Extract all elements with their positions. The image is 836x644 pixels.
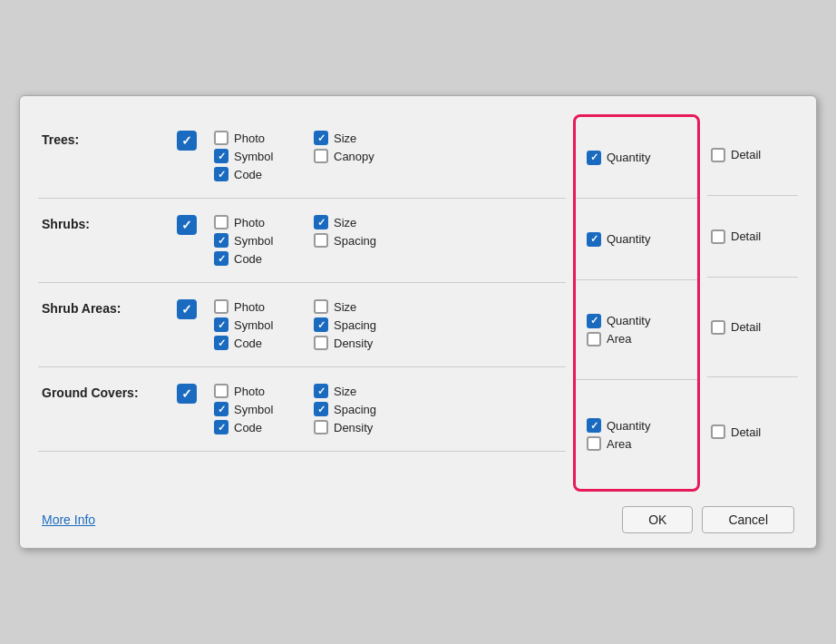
shrub-areas-spacing-checkbox[interactable] bbox=[314, 317, 328, 332]
trees-photo-label: Photo bbox=[234, 132, 265, 145]
ground-covers-area-checkbox[interactable] bbox=[587, 436, 601, 451]
ground-covers-density-checkbox[interactable] bbox=[314, 420, 328, 434]
shrubs-quantity-checkbox[interactable] bbox=[587, 232, 601, 247]
ground-covers-main-check-col bbox=[160, 384, 214, 404]
trees-size-col: Size Canopy bbox=[314, 131, 413, 163]
shrub-areas-detail-checkbox[interactable] bbox=[711, 320, 725, 335]
trees-photo-symbol-col: Photo Symbol Code bbox=[214, 131, 314, 181]
shrub-areas-detail-label: Detail bbox=[731, 320, 761, 334]
trees-size-checkbox[interactable] bbox=[314, 131, 328, 145]
shrub-areas-main-checkbox[interactable] bbox=[177, 299, 197, 319]
ground-covers-size-col: Size Spacing Density bbox=[314, 384, 413, 434]
shrubs-detail-checkbox[interactable] bbox=[711, 229, 725, 244]
ground-covers-detail-cell: Detail bbox=[707, 377, 798, 486]
shrubs-photo-checkbox[interactable] bbox=[214, 215, 228, 229]
shrubs-size-label: Size bbox=[334, 216, 356, 229]
shrub-areas-photo-checkbox[interactable] bbox=[214, 299, 228, 314]
trees-detail-cell: Detail bbox=[707, 114, 798, 196]
shrub-areas-detail-cell: Detail bbox=[707, 278, 798, 377]
quantity-highlight-section: Quantity Quantity Quantity Area bbox=[573, 114, 700, 492]
shrub-areas-area-label: Area bbox=[607, 332, 631, 346]
ok-button[interactable]: OK bbox=[622, 506, 693, 533]
shrubs-code-checkbox[interactable] bbox=[214, 251, 228, 266]
trees-main-check-col bbox=[160, 131, 214, 151]
shrubs-size-checkbox[interactable] bbox=[314, 215, 328, 229]
shrub-areas-label: Shrub Areas: bbox=[42, 299, 160, 316]
trees-symbol-checkbox[interactable] bbox=[214, 149, 228, 163]
ground-covers-quantity-checkbox[interactable] bbox=[587, 418, 601, 433]
trees-main-checkbox[interactable] bbox=[177, 131, 197, 151]
ground-covers-main-checkbox[interactable] bbox=[177, 384, 197, 404]
shrub-areas-photo-symbol-col: Photo Symbol Code bbox=[214, 299, 314, 350]
shrubs-detail-cell: Detail bbox=[707, 196, 798, 278]
trees-quantity-cell: Quantity bbox=[576, 117, 697, 199]
ground-covers-spacing-label: Spacing bbox=[334, 403, 376, 416]
trees-canopy-checkbox[interactable] bbox=[314, 149, 328, 163]
ground-covers-size-checkbox[interactable] bbox=[314, 384, 328, 398]
ground-covers-size-label: Size bbox=[334, 385, 356, 398]
shrub-areas-size-col: Size Spacing Density bbox=[314, 299, 413, 350]
shrub-areas-quantity-label: Quantity bbox=[607, 314, 650, 327]
shrubs-main-checkbox[interactable] bbox=[177, 215, 197, 235]
trees-canopy-label: Canopy bbox=[334, 150, 374, 163]
shrub-areas-quantity-cell: Quantity Area bbox=[576, 280, 697, 380]
ground-covers-density-label: Density bbox=[334, 421, 373, 434]
trees-quantity-checkbox[interactable] bbox=[587, 151, 601, 165]
ground-covers-photo-symbol-col: Photo Symbol Code bbox=[214, 384, 314, 434]
shrub-areas-photo-label: Photo bbox=[234, 300, 265, 314]
trees-photo-checkbox[interactable] bbox=[214, 131, 228, 145]
shrubs-spacing-checkbox[interactable] bbox=[314, 233, 328, 248]
shrub-areas-spacing-label: Spacing bbox=[334, 318, 376, 332]
ground-covers-detail-label: Detail bbox=[731, 425, 761, 439]
shrubs-main-check-col bbox=[160, 215, 214, 235]
shrub-areas-code-checkbox[interactable] bbox=[214, 336, 228, 350]
shrub-areas-area-checkbox[interactable] bbox=[587, 332, 601, 346]
shrubs-symbol-label: Symbol bbox=[234, 234, 273, 248]
shrub-areas-quantity-checkbox[interactable] bbox=[587, 314, 601, 328]
trees-code-checkbox[interactable] bbox=[214, 167, 228, 181]
trees-size-label: Size bbox=[334, 132, 356, 145]
ground-covers-code-checkbox[interactable] bbox=[214, 420, 228, 434]
shrubs-spacing-label: Spacing bbox=[334, 234, 376, 248]
shrubs-detail-label: Detail bbox=[731, 229, 761, 243]
ground-covers-quantity-label: Quantity bbox=[607, 419, 650, 433]
ground-covers-photo-checkbox[interactable] bbox=[214, 384, 228, 398]
shrub-areas-size-checkbox[interactable] bbox=[314, 299, 328, 314]
shrubs-size-col: Size Spacing bbox=[314, 215, 413, 248]
ground-covers-label: Ground Covers: bbox=[42, 384, 160, 400]
shrub-areas-size-label: Size bbox=[334, 300, 356, 314]
ground-covers-photo-label: Photo bbox=[234, 385, 265, 398]
main-dialog: Trees: Photo Symbol Code bbox=[19, 95, 817, 549]
shrub-areas-main-check-col bbox=[160, 299, 214, 319]
trees-detail-checkbox[interactable] bbox=[711, 148, 725, 162]
ground-covers-detail-checkbox[interactable] bbox=[711, 424, 725, 439]
trees-symbol-label: Symbol bbox=[234, 150, 273, 163]
shrub-areas-symbol-checkbox[interactable] bbox=[214, 317, 228, 332]
detail-column: Detail Detail Detail bbox=[707, 114, 798, 492]
shrubs-label: Shrubs: bbox=[42, 215, 160, 231]
ground-covers-spacing-checkbox[interactable] bbox=[314, 402, 328, 416]
shrub-areas-symbol-label: Symbol bbox=[234, 318, 273, 332]
cancel-button[interactable]: Cancel bbox=[702, 506, 794, 533]
shrubs-photo-symbol-col: Photo Symbol Code bbox=[214, 215, 314, 266]
shrubs-photo-label: Photo bbox=[234, 216, 265, 229]
ground-covers-symbol-checkbox[interactable] bbox=[214, 402, 228, 416]
shrubs-code-label: Code bbox=[234, 252, 262, 266]
footer-buttons: OK Cancel bbox=[622, 506, 794, 533]
trees-label: Trees: bbox=[42, 131, 160, 147]
shrub-areas-density-checkbox[interactable] bbox=[314, 336, 328, 350]
shrubs-quantity-label: Quantity bbox=[607, 232, 650, 246]
trees-code-label: Code bbox=[234, 168, 262, 181]
ground-covers-code-label: Code bbox=[234, 421, 262, 434]
ground-covers-area-label: Area bbox=[607, 437, 631, 451]
shrubs-quantity-cell: Quantity bbox=[576, 199, 697, 280]
ground-covers-symbol-label: Symbol bbox=[234, 403, 273, 416]
more-info-link[interactable]: More Info bbox=[42, 512, 95, 527]
shrubs-symbol-checkbox[interactable] bbox=[214, 233, 228, 248]
trees-detail-label: Detail bbox=[731, 148, 761, 161]
trees-quantity-label: Quantity bbox=[607, 151, 650, 164]
shrub-areas-code-label: Code bbox=[234, 337, 262, 350]
ground-covers-quantity-cell: Quantity Area bbox=[576, 380, 697, 489]
shrub-areas-density-label: Density bbox=[334, 337, 373, 350]
dialog-footer: More Info OK Cancel bbox=[38, 506, 798, 533]
